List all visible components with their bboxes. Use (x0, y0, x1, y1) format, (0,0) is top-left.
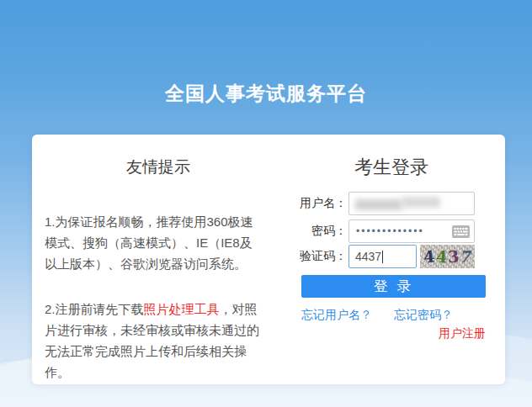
masked-username-value (355, 199, 402, 210)
tips-paragraph-2-text: 2.注册前请先下载 (45, 302, 144, 316)
captcha-input[interactable]: 4437 (348, 245, 417, 268)
login-page: 全国人事考试服务平台 友情提示 1.为保证报名顺畅，推荐使用360极速 模式、搜… (0, 0, 532, 407)
login-button[interactable]: 登 录 (301, 275, 486, 298)
captcha-label: 验证码： (290, 249, 347, 264)
username-label: 用户名： (290, 196, 347, 211)
password-row: 密码： ••••••••••••• (290, 219, 475, 243)
masked-username-value (402, 197, 440, 208)
captcha-input-value: 4437 (355, 250, 381, 263)
username-row: 用户名： (290, 192, 475, 215)
forgot-password-link[interactable]: 忘记密码？ (394, 308, 453, 323)
tips-heading: 友情提示 (32, 156, 285, 178)
captcha-digit: 4 (423, 244, 436, 268)
username-input[interactable] (348, 192, 475, 215)
login-heading: 考生登录 (290, 155, 492, 180)
password-masked-value: ••••••••••••• (356, 220, 424, 242)
forgot-username-link[interactable]: 忘记用户名？ (301, 308, 372, 323)
captcha-digit: 4 (435, 245, 448, 269)
login-panel: 考生登录 用户名： 密码： ••••••••••••• (290, 135, 492, 384)
captcha-row: 验证码： 4437 4 4 3 7 (290, 245, 475, 268)
password-input[interactable]: ••••••••••••• (348, 219, 475, 243)
login-card: 友情提示 1.为保证报名顺畅，推荐使用360极速 模式、搜狗（高速模式）、IE（… (32, 135, 505, 384)
captcha-image[interactable]: 4 4 3 7 (420, 245, 475, 268)
captcha-digit: 7 (458, 245, 475, 268)
keyboard-icon[interactable] (452, 225, 470, 238)
tips-paragraph-2: 2.注册前请先下载照片处理工具，对照 片进行审核，未经审核或审核未通过的 无法正… (45, 299, 294, 383)
register-link[interactable]: 用户注册 (439, 326, 486, 341)
tips-paragraph-1: 1.为保证报名顺畅，推荐使用360极速 模式、搜狗（高速模式）、IE（IE8及 … (45, 211, 294, 274)
page-title: 全国人事考试服务平台 (0, 81, 532, 107)
photo-tool-link[interactable]: 照片处理工具 (144, 302, 220, 316)
text-cursor (382, 251, 383, 263)
tips-body: 1.为保证报名顺畅，推荐使用360极速 模式、搜狗（高速模式）、IE（IE8及 … (45, 190, 294, 407)
password-label: 密码： (290, 224, 347, 239)
